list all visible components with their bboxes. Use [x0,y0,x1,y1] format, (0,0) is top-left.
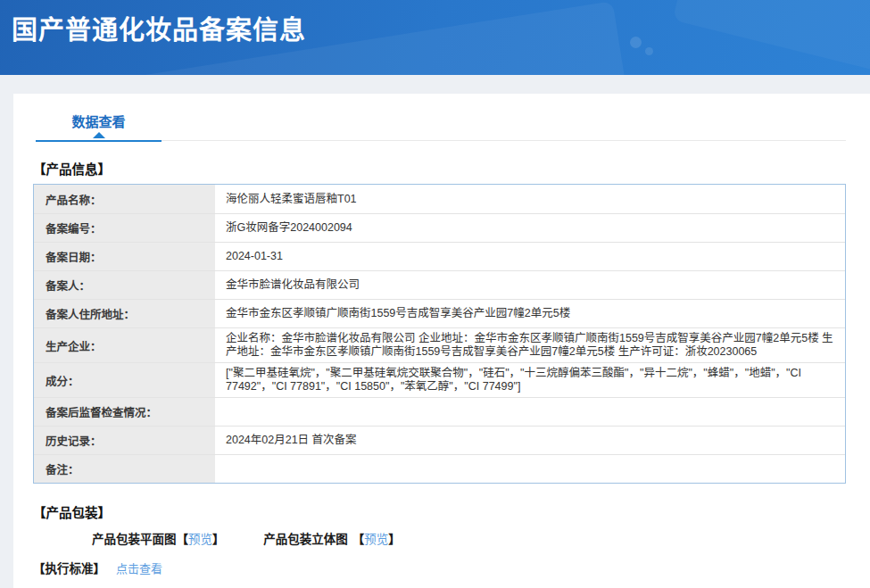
row-value: 浙G妆网备字2024002094 [215,214,845,242]
page-header: 国产普通化妆品备案信息 [0,0,870,75]
table-row-registration-number: 备案编号： 浙G妆网备字2024002094 [34,213,845,242]
preview-3d-link[interactable]: 预览 [364,533,388,546]
row-label: 生产企业： [34,328,215,362]
bracket-close: 】 [212,533,225,546]
preview-flat-link[interactable]: 预览 [188,533,212,546]
row-value: 2024-01-31 [215,243,845,270]
tab-data-view[interactable]: 数据查看 [36,96,162,142]
bracket-open: 【 [177,533,189,546]
main-card: 数据查看 【产品信息】 产品名称： 海伦丽人轻柔蜜语唇釉T01 备案编号： 浙G… [13,94,870,588]
packaging-flat-label: 产品包装平面图 [92,533,177,546]
packaging-row: 产品包装平面图【预览】 产品包装立体图【预览】 [92,529,846,547]
table-row-product-name: 产品名称： 海伦丽人轻柔蜜语唇釉T01 [34,185,845,213]
page-title: 国产普通化妆品备案信息 [12,9,306,46]
row-label: 成分： [34,363,215,397]
product-info-section-title: 【产品信息】 [33,159,846,178]
row-value: 金华市脸谱化妆品有限公司 [215,271,845,299]
table-row-history: 历史记录： 2024年02月21日 首次备案 [34,426,845,454]
row-label: 备案人： [34,271,215,299]
standard-row: 【执行标准】点击查看 [33,559,846,576]
bracket-open: 【 [352,533,365,546]
packaging-flat-item: 产品包装平面图【预览】 [92,529,225,547]
header-decor-band-2 [673,0,870,75]
row-value: 2024年02月21日 首次备案 [215,427,845,454]
row-label: 备案编号： [34,214,215,242]
row-value: 企业名称：金华市脸谱化妆品有限公司 企业地址：金华市金东区孝顺镇广顺南街1559… [215,328,845,362]
header-decor-dot [630,37,642,48]
table-row-registrant: 备案人： 金华市脸谱化妆品有限公司 [34,270,845,299]
row-label: 备注： [34,455,215,483]
table-row-remarks: 备注： [34,454,845,483]
row-value [215,455,845,483]
tab-bar: 数据查看 [36,94,846,141]
product-info-table: 产品名称： 海伦丽人轻柔蜜语唇釉T01 备案编号： 浙G妆网备字20240020… [33,184,846,484]
row-label: 备案日期： [34,243,215,270]
table-row-registrant-address: 备案人住所地址： 金华市金东区孝顺镇广顺南街1559号吉成智享美谷产业园7幢2单… [34,299,845,327]
packaging-3d-item: 产品包装立体图【预览】 [263,529,401,547]
bracket-close: 】 [388,533,401,546]
table-row-registration-date: 备案日期： 2024-01-31 [34,242,845,270]
table-row-ingredients: 成分： ["聚二甲基硅氧烷"，"聚二甲基硅氧烷交联聚合物"，"硅石"，"十三烷醇… [34,362,845,397]
row-value: 海伦丽人轻柔蜜语唇釉T01 [215,185,845,213]
table-row-supervision: 备案后监督检查情况： [34,397,845,426]
row-value: ["聚二甲基硅氧烷"，"聚二甲基硅氧烷交联聚合物"，"硅石"，"十三烷醇偏苯三酸… [215,363,845,397]
standard-label: 【执行标准】 [33,562,105,576]
row-value [215,398,845,426]
view-standard-link[interactable]: 点击查看 [116,562,162,576]
content-area: 【产品信息】 产品名称： 海伦丽人轻柔蜜语唇釉T01 备案编号： 浙G妆网备字2… [13,159,870,588]
packaging-section-title: 【产品包装】 [33,502,846,521]
table-row-manufacturer: 生产企业： 企业名称：金华市脸谱化妆品有限公司 企业地址：金华市金东区孝顺镇广顺… [34,327,845,362]
row-label: 备案人住所地址： [34,300,215,327]
header-decor-dot-2 [645,47,653,55]
row-label: 备案后监督检查情况： [34,398,215,426]
row-value: 金华市金东区孝顺镇广顺南街1559号吉成智享美谷产业园7幢2单元5楼 [215,300,845,327]
packaging-3d-label: 产品包装立体图 [263,533,348,546]
row-label: 历史记录： [34,427,215,454]
row-label: 产品名称： [34,185,215,213]
